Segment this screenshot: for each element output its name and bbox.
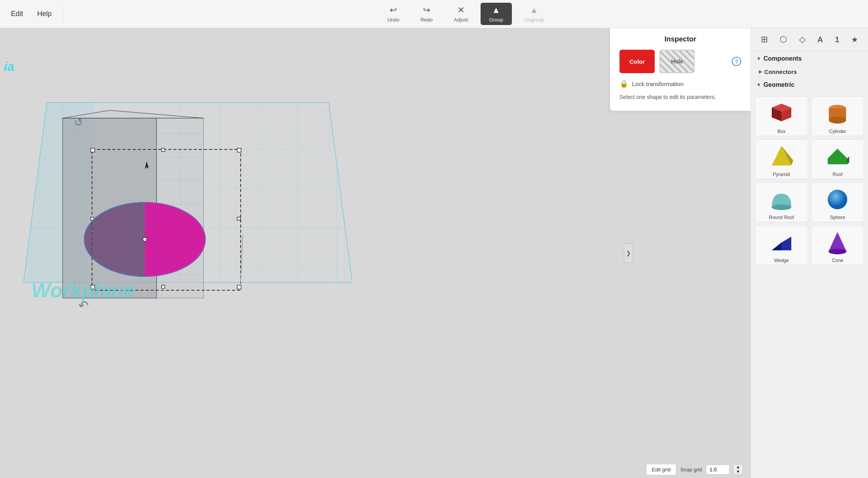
main-area: ia xyxy=(0,28,868,478)
sidebar-number-icon-button[interactable]: 1 xyxy=(832,33,843,46)
ungroup-button[interactable]: ▲ Ungroup xyxy=(516,3,553,25)
collapse-sidebar-button[interactable]: ❯ xyxy=(624,243,633,263)
bottom-bar: Edit grid Snap grid ▲ ▼ xyxy=(0,461,751,478)
components-section-header[interactable]: ▼ Components xyxy=(751,51,868,66)
connectors-arrow-icon: ▶ xyxy=(759,69,762,74)
svg-point-35 xyxy=(143,237,147,241)
redo-icon: ↪ xyxy=(423,5,430,15)
connectors-label: Connectors xyxy=(764,68,797,75)
adjust-icon: ✕ xyxy=(457,5,465,15)
toolbar-center: ↩ Undo ↪ Redo ✕ Adjust ▲ Group ▲ Ungroup xyxy=(63,3,868,25)
svg-point-47 xyxy=(772,205,791,210)
page-title-partial: ia xyxy=(4,59,14,74)
cube-icon: ⬡ xyxy=(780,34,787,44)
shapes-grid: Box Cylinder Pyra xyxy=(755,96,864,265)
sidebar-star-icon-button[interactable]: ★ xyxy=(848,33,861,46)
lock-label: Lock transformation xyxy=(632,81,684,87)
help-menu-button[interactable]: Help xyxy=(30,7,59,21)
shape-wedge-label: Wedge xyxy=(774,258,789,263)
shape-wedge[interactable]: Wedge xyxy=(755,225,808,265)
redo-button[interactable]: ↪ Redo xyxy=(412,3,441,25)
shape-cone[interactable]: Cone xyxy=(811,225,864,265)
round-roof-shape-icon xyxy=(768,186,795,213)
shape-cylinder-label: Cylinder xyxy=(829,129,846,134)
group-button[interactable]: ▲ Group xyxy=(481,3,512,25)
toolbar: Edit Help ↩ Undo ↪ Redo ✕ Adjust ▲ Group… xyxy=(0,0,868,28)
sidebar-grid-icon-button[interactable]: ⊞ xyxy=(758,33,771,46)
number-icon: 1 xyxy=(835,35,839,44)
shape-sphere-label: Sphere xyxy=(830,215,845,220)
inspector-note: Select one shape to edit its parameters. xyxy=(619,93,741,101)
shape-roof-label: Roof xyxy=(833,172,843,177)
group-icon: ▲ xyxy=(492,5,501,15)
svg-point-42 xyxy=(829,117,846,124)
sidebar-text-icon-button[interactable]: A xyxy=(814,33,826,46)
shape-pyramid[interactable]: Pyramid xyxy=(755,139,808,179)
shape-pyramid-label: Pyramid xyxy=(773,172,790,177)
hole-button[interactable]: Hole xyxy=(659,50,695,73)
snap-grid-label: Snap grid xyxy=(680,467,702,473)
svg-point-52 xyxy=(828,249,846,254)
edit-grid-button[interactable]: Edit grid xyxy=(646,464,677,475)
geometric-section-header[interactable]: ▼ Geometric xyxy=(751,77,868,92)
canvas-area[interactable]: ia xyxy=(0,28,751,478)
shape-cone-label: Cone xyxy=(832,258,843,263)
ungroup-icon: ▲ xyxy=(530,5,538,15)
shape-box-label: Box xyxy=(777,129,785,134)
lock-icon: 🔒 xyxy=(619,79,628,88)
shape-cylinder[interactable]: Cylinder xyxy=(811,96,864,136)
right-sidebar: ⊞ ⬡ ◇ A 1 ★ ▼ Components ▶ xyxy=(751,28,868,478)
wedge-shape-icon xyxy=(768,229,795,256)
svg-rect-20 xyxy=(237,148,241,152)
grid-icon: ⊞ xyxy=(761,34,768,44)
shape-box[interactable]: Box xyxy=(755,96,808,136)
pyramid-shape-icon xyxy=(768,143,795,170)
svg-marker-45 xyxy=(828,149,847,164)
inspector-options: Color Hole ? xyxy=(619,50,741,73)
svg-rect-19 xyxy=(91,148,95,152)
help-button[interactable]: ? xyxy=(732,57,741,66)
toolbar-left: Edit Help xyxy=(0,7,63,21)
svg-marker-50 xyxy=(772,243,782,250)
snap-grid-input[interactable] xyxy=(706,465,729,474)
sidebar-cube-icon-button[interactable]: ⬡ xyxy=(776,33,790,46)
color-button[interactable]: Color xyxy=(619,50,655,73)
snap-grid-stepper: ▲ ▼ xyxy=(733,464,743,474)
geometric-label: Geometric xyxy=(764,81,794,88)
inspector-panel: Inspector Color Hole ? 🔒 Lock transforma… xyxy=(610,28,751,111)
roof-shape-icon xyxy=(824,143,851,170)
svg-rect-22 xyxy=(237,285,241,289)
shape-roof[interactable]: Roof xyxy=(811,139,864,179)
svg-rect-24 xyxy=(162,285,165,288)
sidebar-top-icons: ⊞ ⬡ ◇ A 1 ★ xyxy=(751,28,868,51)
svg-marker-5 xyxy=(63,110,203,118)
undo-icon: ↩ xyxy=(390,5,397,15)
snap-grid-down-button[interactable]: ▼ xyxy=(734,469,742,474)
svg-marker-46 xyxy=(847,156,849,164)
diamond-icon: ◇ xyxy=(799,34,806,44)
adjust-button[interactable]: ✕ Adjust xyxy=(445,3,477,25)
inspector-title: Inspector xyxy=(619,35,741,43)
svg-marker-51 xyxy=(828,232,846,252)
lock-row: 🔒 Lock transformation xyxy=(619,79,741,88)
snap-grid-up-button[interactable]: ▲ xyxy=(734,465,742,469)
svg-rect-26 xyxy=(237,217,240,220)
workplane[interactable]: ↺ ↶ xyxy=(23,71,352,314)
edit-menu-button[interactable]: Edit xyxy=(4,7,30,21)
components-arrow-icon: ▼ xyxy=(756,56,761,61)
connectors-subsection-header[interactable]: ▶ Connectors xyxy=(751,66,868,77)
chevron-right-icon: ❯ xyxy=(626,250,631,256)
svg-rect-23 xyxy=(162,148,165,151)
text-icon: A xyxy=(818,35,823,44)
canvas-shapes: ↺ ↶ xyxy=(23,71,352,314)
shape-sphere[interactable]: Sphere xyxy=(811,182,864,222)
sphere-shape-icon xyxy=(824,186,851,213)
components-label: Components xyxy=(764,55,802,62)
shape-round-roof-label: Round Roof xyxy=(769,215,794,220)
shape-round-roof[interactable]: Round Roof xyxy=(755,182,808,222)
sidebar-shape-icon-button[interactable]: ◇ xyxy=(796,33,809,46)
star-icon: ★ xyxy=(851,35,858,44)
svg-point-48 xyxy=(828,190,847,209)
undo-button[interactable]: ↩ Undo xyxy=(378,3,408,25)
cone-shape-icon xyxy=(824,229,851,256)
